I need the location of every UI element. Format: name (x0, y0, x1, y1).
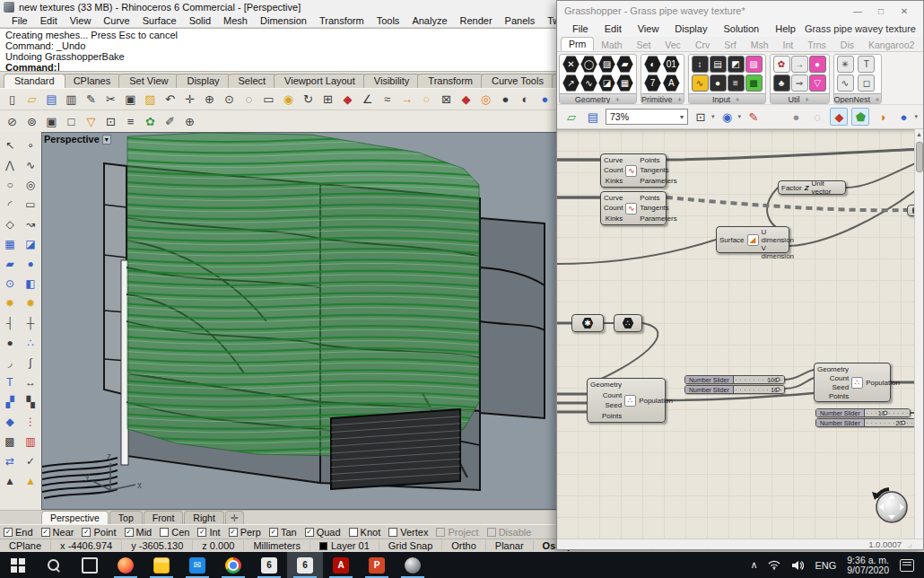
grasshopper-menu-item[interactable]: View (630, 23, 667, 34)
param-curve-icon[interactable]: ∿ (580, 74, 597, 92)
input-port[interactable]: Count (830, 374, 849, 382)
surface-icon[interactable]: ◪ (22, 234, 40, 253)
rhino-menu-item[interactable]: Curve (97, 15, 135, 26)
rf-waves-icon[interactable]: ∿ (837, 74, 854, 92)
dimensions-component[interactable]: Surface ◢ U dimensionV dimension (716, 226, 789, 253)
rendered-sphere-icon[interactable]: ● (536, 90, 554, 109)
open-file-icon[interactable]: ▱ (22, 90, 41, 109)
status-cell[interactable]: Planar (486, 540, 534, 551)
label-t-icon[interactable]: T (858, 56, 875, 73)
clock[interactable]: 9:36 a. m. 9/07/2020 (842, 552, 893, 578)
pyramid-icon[interactable]: ▲ (22, 471, 40, 490)
rhino-menu-item[interactable]: Render (454, 15, 499, 26)
arrow-solid-icon[interactable]: → (791, 56, 808, 73)
osnap-toggle[interactable]: Int (197, 527, 220, 538)
cut-icon[interactable]: ✂ (101, 90, 120, 109)
expand-icon[interactable]: ＋ (614, 94, 621, 104)
block-red-icon[interactable]: ▥ (22, 432, 40, 451)
checkbox[interactable] (125, 528, 134, 537)
status-cell[interactable]: CPlane (0, 540, 51, 551)
dimension-icon[interactable]: ↔ (22, 372, 40, 391)
swap-icon[interactable]: ⇄ (1, 451, 20, 470)
grasshopper-canvas[interactable]: CurveCountKinks ∿ PointsTangentsParamete… (557, 129, 923, 539)
image-sampler-icon[interactable]: ▩ (745, 74, 763, 92)
status-cell[interactable]: Ortho (442, 540, 486, 551)
mesh-icon[interactable]: ▲ (1, 471, 20, 490)
slider-knob[interactable] (776, 378, 780, 382)
lamp-icon[interactable]: ○ (417, 90, 436, 109)
param-integer-icon[interactable]: 7 (644, 74, 661, 92)
ball-icon[interactable]: ● (809, 56, 826, 73)
flask-icon[interactable]: ▽ (809, 74, 826, 92)
array-icon[interactable]: ⋮ (22, 412, 40, 431)
cherry-picker-icon[interactable]: ✿ (773, 56, 790, 73)
component-tab[interactable]: Srf (717, 39, 743, 51)
zoom-level-select[interactable]: 73% ▾ (606, 109, 688, 125)
pan-icon[interactable]: ✛ (180, 90, 199, 109)
viewport-tab[interactable]: Right (184, 511, 224, 524)
four-viewports-icon[interactable]: ⊞ (318, 90, 337, 109)
toolbar-tab[interactable]: Display (176, 74, 230, 88)
toolbar-tab[interactable]: CPlanes (63, 74, 122, 88)
checkbox[interactable] (269, 528, 278, 537)
viewport-tab[interactable]: Top (109, 511, 143, 524)
named-view-icon[interactable]: ▣ (42, 112, 61, 131)
toolbar-tab[interactable]: Transform (417, 74, 484, 88)
task-view-icon[interactable] (72, 552, 108, 578)
group-icon[interactable]: ▞ (1, 392, 20, 411)
checkbox[interactable] (82, 528, 91, 537)
maximize-button[interactable]: □ (869, 4, 893, 18)
preview-wireframe-icon[interactable]: ◌ (808, 108, 826, 126)
rhino-menu-item[interactable]: Panels (499, 15, 542, 26)
checkbox[interactable] (160, 528, 169, 537)
output-port[interactable]: Tangents (640, 166, 668, 174)
number-slider[interactable]: Number Slider 10 (684, 385, 785, 394)
osnap-toggle[interactable]: Knot (349, 527, 381, 538)
input-port[interactable]: Curve (604, 194, 623, 202)
preview-shaded-icon[interactable]: ◆ (830, 108, 848, 126)
populate-geometry-component[interactable]: GeometryCountSeedPoints ∴ Population (814, 363, 891, 402)
arrow-hollow-icon[interactable]: ⇒ (791, 74, 808, 92)
zoom-dynamic-icon[interactable]: ◌ (240, 90, 258, 109)
checkbox[interactable] (487, 528, 496, 537)
check-icon[interactable]: ✓ (22, 451, 40, 470)
component-tab[interactable]: Trns (800, 39, 833, 51)
number-slider-icon[interactable]: ↕ (692, 56, 709, 73)
component-tab[interactable]: Kangaroo2 (861, 39, 921, 51)
discontinuity-component[interactable]: CurveCountKinks ∿ PointsTangentsParamete… (600, 191, 667, 225)
tag-icon[interactable]: ◻ (858, 74, 875, 92)
output-port[interactable]: Population (639, 397, 673, 405)
tray-chevron-icon[interactable]: ∧ (745, 552, 762, 578)
rhino6-active-icon[interactable]: 6 (287, 552, 323, 578)
viewport-tab[interactable]: Front (144, 511, 184, 524)
rectangle-icon[interactable]: ▭ (22, 195, 40, 214)
wifi-icon[interactable] (763, 552, 785, 578)
ghosted-sphere-icon[interactable]: ◐ (516, 90, 535, 109)
input-port[interactable]: Factor (781, 184, 802, 192)
text-icon[interactable]: T (1, 372, 20, 391)
polyline-icon[interactable]: ⋀ (1, 155, 20, 174)
flatten-icon[interactable]: ≡ (121, 112, 140, 131)
rhino-menu-item[interactable]: Analyze (405, 15, 453, 26)
param-surface-icon[interactable]: ◪ (598, 74, 615, 92)
osnap-toggle[interactable]: Perp (229, 527, 261, 538)
input-port[interactable]: Count (604, 166, 623, 174)
viewport-menu-arrow-icon[interactable]: ▾ (102, 135, 111, 144)
component-tab[interactable]: Int (775, 39, 800, 51)
powerpoint-icon[interactable]: P (359, 552, 395, 578)
component-tab[interactable]: Crv (688, 39, 717, 51)
output-port[interactable]: Parameters (640, 215, 676, 223)
input-port[interactable]: Curve (604, 156, 623, 164)
annotate-icon[interactable]: ✎ (82, 90, 100, 109)
boolean-icon[interactable]: ✹ (22, 293, 40, 312)
input-port[interactable]: Count (603, 391, 622, 399)
component-tab[interactable]: Set (630, 39, 658, 51)
osnap-toggle[interactable]: Tan (269, 527, 297, 538)
input-port[interactable]: Points (602, 412, 622, 420)
grid-array-icon[interactable]: ▩ (1, 432, 20, 451)
torus-icon[interactable]: ⊙ (1, 274, 20, 293)
checkbox[interactable] (349, 528, 358, 537)
sphere-icon[interactable]: ● (22, 254, 40, 273)
box-edit-icon[interactable]: ⊡ (101, 112, 120, 131)
grass-icon[interactable]: ✿ (141, 112, 160, 131)
